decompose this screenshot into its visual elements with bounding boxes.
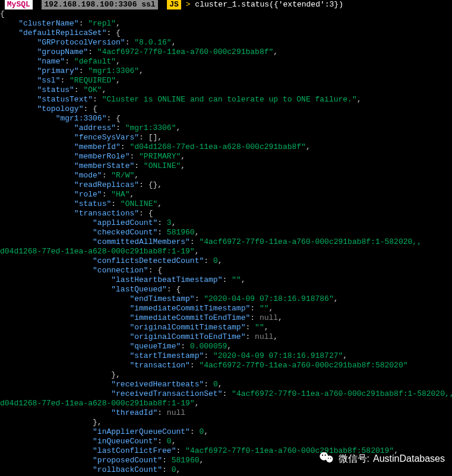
- watermark: 微信号: AustinDatabases: [318, 449, 445, 468]
- prompt-line[interactable]: MySQL 192.168.198.100:3306 ssl JS > clus…: [0, 0, 452, 9]
- svg-point-5: [330, 458, 331, 459]
- svg-point-2: [322, 455, 323, 456]
- host-badge: 192.168.198.100:3306 ssl: [42, 0, 157, 9]
- watermark-label: 微信号:: [339, 454, 369, 464]
- svg-point-3: [324, 455, 325, 456]
- watermark-value: AustinDatabases: [373, 454, 445, 464]
- mode-badge: JS: [167, 0, 181, 9]
- svg-point-4: [327, 458, 328, 459]
- svg-point-1: [325, 456, 333, 463]
- engine-badge: MySQL: [5, 0, 33, 9]
- json-output: { "clusterName": "repl", "defaultReplica…: [0, 9, 452, 476]
- wechat-icon: [318, 449, 335, 468]
- command-text: cluster_1.status({'extended':3}): [195, 0, 343, 9]
